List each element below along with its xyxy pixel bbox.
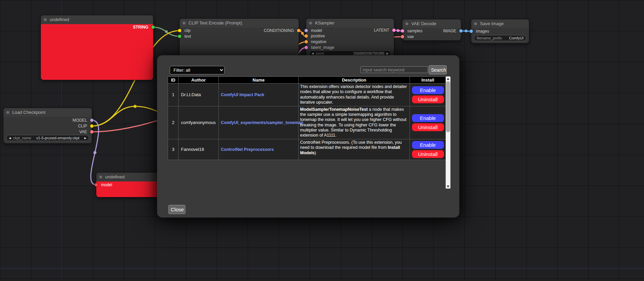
install-cell: Enable Uninstall: [410, 139, 446, 160]
uninstall-button[interactable]: Uninstall: [412, 150, 444, 158]
custom-nodes-manager-dialog: Filter: all Search ID Author Name Descri…: [157, 55, 459, 217]
scroll-up-icon[interactable]: [446, 76, 450, 81]
node-header[interactable]: undefined: [41, 15, 153, 24]
extension-link[interactable]: ComfyUI Impact Pack: [221, 92, 264, 97]
output-pin-image[interactable]: [459, 29, 463, 33]
scrollbar-thumb[interactable]: [446, 81, 450, 132]
input-pin-images[interactable]: [469, 30, 473, 33]
output-label-vae: VAE: [79, 129, 87, 134]
input-pin-model[interactable]: [95, 183, 98, 187]
output-label-model: MODEL: [72, 118, 87, 123]
input-pin-negative[interactable]: [304, 40, 308, 43]
output-label-latent: LATENT: [374, 28, 389, 33]
collapse-dot-icon[interactable]: [474, 22, 477, 25]
enable-button[interactable]: Enable: [412, 86, 444, 94]
node-vae-decode[interactable]: VAE Decode samples vae IMAGE: [402, 19, 461, 40]
collapse-dot-icon[interactable]: [99, 175, 102, 179]
output-pin-model[interactable]: [90, 119, 94, 122]
node-load-checkpoint[interactable]: Load Checkpoint MODEL CLIP VAE ◀ ckpt_na…: [3, 108, 92, 143]
search-button[interactable]: Search: [429, 65, 447, 74]
extensions-table: ID Author Name Description Install 1 Dr.…: [168, 76, 446, 160]
collapse-dot-icon[interactable]: [405, 22, 409, 25]
input-pin-samples[interactable]: [401, 29, 404, 33]
node-header[interactable]: KSampler: [306, 19, 394, 28]
collapse-dot-icon[interactable]: [309, 21, 312, 25]
collapse-dot-icon[interactable]: [6, 111, 10, 114]
col-header-author: Author: [179, 77, 219, 84]
filename-prefix-widget[interactable]: filename_prefix ComfyUI: [474, 35, 526, 41]
extension-author: Fannovel16: [179, 139, 219, 160]
wire-dot: [94, 151, 97, 154]
node-header[interactable]: Save Image: [471, 19, 529, 28]
node-title: undefined: [50, 17, 69, 22]
extension-author: Dr.Lt.Data: [179, 84, 219, 106]
filter-select[interactable]: Filter: all: [170, 66, 225, 74]
input-pin-vae[interactable]: [401, 35, 404, 38]
seed-widget-value: 156680208700286: [353, 51, 384, 55]
ckpt-name-value: v1-5-pruned-emaonly.ckpt: [36, 136, 79, 140]
col-header-description: Description: [299, 77, 410, 84]
node-header[interactable]: Load Checkpoint: [3, 108, 92, 117]
input-label-model: model: [311, 28, 322, 33]
collapse-dot-icon[interactable]: [44, 18, 47, 21]
input-pin-clip[interactable]: [178, 29, 181, 32]
node-header[interactable]: VAE Decode: [402, 19, 461, 28]
output-pin-vae[interactable]: [90, 130, 94, 134]
ckpt-name-widget[interactable]: ◀ ckpt_name v1-5-pruned-emaonly.ckpt ▶: [6, 135, 89, 141]
extension-description: ControlNet Preprocessors. (To use this e…: [299, 139, 410, 160]
filename-prefix-value: ComfyUI: [509, 36, 524, 40]
input-label-latent-image: latent_image: [311, 45, 334, 50]
input-pin-text[interactable]: [178, 35, 181, 38]
input-label-negative: negative: [311, 39, 326, 44]
seed-widget-label: seed: [316, 51, 324, 55]
table-row: 2 comfyanonymous ComfyUI_experiments/sam…: [168, 106, 446, 139]
input-label-text: text: [184, 34, 191, 39]
ckpt-name-label: ckpt_name: [13, 136, 31, 140]
input-label-model: model: [101, 182, 112, 187]
node-title: CLIP Text Encode (Prompt): [188, 20, 242, 25]
extension-link[interactable]: ComfyUI_experiments/sampler_tonemap: [221, 120, 303, 125]
extension-link[interactable]: ControlNet Preprocessors: [221, 147, 274, 152]
search-input[interactable]: [361, 66, 428, 73]
enable-button[interactable]: Enable: [412, 141, 444, 149]
description-text: ControlNet Preprocessors. (To use this e…: [300, 140, 402, 150]
table-header-row: ID Author Name Description Install: [168, 77, 446, 84]
wire-dot: [465, 30, 467, 32]
node-undefined-top[interactable]: undefined STRING: [41, 15, 153, 80]
uninstall-button[interactable]: Uninstall: [412, 123, 444, 131]
collapse-dot-icon[interactable]: [182, 21, 186, 25]
next-arrow-icon[interactable]: ▶: [84, 137, 86, 140]
close-button[interactable]: Close: [168, 205, 185, 214]
node-header[interactable]: CLIP Text Encode (Prompt): [180, 19, 299, 28]
input-pin-latent-image[interactable]: [304, 46, 308, 49]
output-pin-string[interactable]: [151, 25, 155, 29]
extension-id: 1: [168, 84, 179, 106]
decrement-arrow-icon[interactable]: ◀: [312, 52, 314, 55]
output-label-clip: CLIP: [78, 124, 87, 128]
input-pin-model[interactable]: [304, 29, 308, 32]
extension-author: comfyanonymous: [179, 106, 219, 139]
prev-arrow-icon[interactable]: ◀: [9, 137, 11, 140]
uninstall-button[interactable]: Uninstall: [412, 95, 444, 103]
output-pin-clip[interactable]: [90, 124, 94, 128]
input-label-samples: samples: [407, 29, 423, 33]
increment-arrow-icon[interactable]: ▶: [386, 52, 389, 55]
comfyui-canvas[interactable]: undefined STRING CLIP Text Encode (Promp…: [0, 0, 644, 281]
input-label-clip: clip: [184, 28, 191, 33]
output-pin-latent[interactable]: [392, 29, 396, 32]
description-text: This extension offers various detector n…: [300, 84, 407, 105]
enable-button[interactable]: Enable: [412, 114, 444, 122]
extension-id: 2: [168, 106, 179, 139]
node-title: undefined: [105, 174, 125, 179]
output-pin-conditioning[interactable]: [297, 29, 300, 32]
input-pin-positive[interactable]: [304, 34, 308, 38]
input-label-positive: positive: [311, 34, 325, 38]
col-header-name: Name: [219, 77, 299, 84]
wire-dot: [134, 105, 137, 108]
table-scrollbar[interactable]: [446, 76, 450, 189]
node-save-image[interactable]: Save Image images filename_prefix ComfyU…: [471, 19, 529, 43]
output-label-string: STRING: [133, 25, 148, 30]
table-row: 1 Dr.Lt.Data ComfyUI Impact Pack This ex…: [168, 84, 446, 106]
scroll-down-icon[interactable]: [446, 184, 450, 189]
input-label-vae: vae: [407, 34, 414, 39]
